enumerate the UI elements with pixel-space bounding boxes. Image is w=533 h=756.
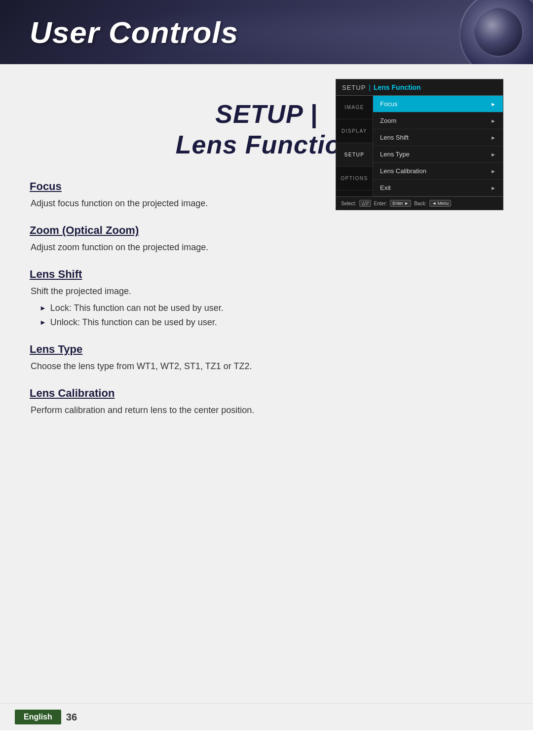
section-lens-calibration: Lens Calibration Perform calibration and… [30, 387, 503, 417]
section-desc-zoom: Adjust zoom function on the projected im… [31, 241, 503, 254]
section-title-lens-type: Lens Type [30, 343, 503, 356]
bullet-item-unlock: ► Unlock: This function can be used by u… [39, 315, 503, 330]
arrow-icon: ► [491, 151, 496, 157]
page-footer: English 36 [0, 703, 533, 730]
section-zoom: Zoom (Optical Zoom) Adjust zoom function… [30, 224, 503, 254]
section-title-zoom: Zoom (Optical Zoom) [30, 224, 503, 237]
osd-footer-enter-label: Enter: [374, 201, 387, 206]
osd-header: SETUP | Lens Function [336, 79, 503, 96]
main-content: SETUP | Lens Function IMAGE DISPLAY SETU… [0, 64, 533, 730]
osd-item-zoom[interactable]: Zoom ► [373, 113, 503, 129]
osd-nav-image[interactable]: IMAGE [336, 96, 373, 119]
osd-footer-back-label: Back: [414, 201, 426, 206]
osd-footer-select-label: Select: [341, 201, 356, 206]
osd-header-title: Lens Function [374, 83, 421, 91]
osd-body: IMAGE DISPLAY SETUP OPTIONS Focus [336, 96, 503, 196]
osd-menu: SETUP | Lens Function IMAGE DISPLAY SETU… [336, 79, 503, 210]
osd-menu-items: Focus ► Zoom ► Lens Shift ► Lens Type ► [373, 96, 503, 196]
osd-header-setup: SETUP [342, 84, 366, 91]
section-title-lens-shift: Lens Shift [30, 268, 503, 281]
osd-item-exit[interactable]: Exit ► [373, 180, 503, 196]
lens-inner [474, 7, 523, 57]
osd-nav-display[interactable]: DISPLAY [336, 119, 373, 143]
osd-container: SETUP | Lens Function IMAGE DISPLAY SETU… [336, 79, 503, 210]
bullet-arrow-icon: ► [39, 317, 46, 328]
footer-page-number: 36 [66, 712, 77, 723]
arrow-icon: ► [491, 168, 496, 174]
osd-item-lens-calibration[interactable]: Lens Calibration ► [373, 163, 503, 180]
osd-footer: Select: △▽ Enter: Enter ► Back: ◄ Menu [336, 196, 503, 210]
osd-nav-options[interactable]: OPTIONS [336, 167, 373, 190]
osd-item-focus[interactable]: Focus ► [373, 96, 503, 113]
osd-item-lens-shift[interactable]: Lens Shift ► [373, 129, 503, 146]
osd-header-divider: | [369, 83, 371, 91]
arrow-icon: ► [491, 101, 496, 107]
section-desc-lens-type: Choose the lens type from WT1, WT2, ST1,… [31, 360, 503, 373]
bullet-list-lens-shift: ► Lock: This function can not be used by… [39, 301, 503, 330]
bullet-arrow-icon: ► [39, 302, 46, 313]
select-key: △▽ [359, 200, 371, 207]
lens-graphic [434, 0, 533, 64]
arrow-icon: ► [491, 135, 496, 141]
osd-item-lens-type[interactable]: Lens Type ► [373, 146, 503, 163]
content-sections: Focus Adjust focus function on the proje… [30, 180, 503, 417]
section-desc-lens-shift: Shift the projected image. [31, 285, 503, 298]
section-lens-type: Lens Type Choose the lens type from WT1,… [30, 343, 503, 373]
enter-key: Enter ► [390, 200, 411, 207]
header-banner: User Controls [0, 0, 533, 64]
footer-language: English [15, 710, 61, 724]
section-title-lens-calibration: Lens Calibration [30, 387, 503, 400]
section-lens-shift: Lens Shift Shift the projected image. ► … [30, 268, 503, 330]
bullet-item-lock: ► Lock: This function can not be used by… [39, 301, 503, 315]
page-title: User Controls [0, 15, 238, 50]
arrow-icon: ► [491, 118, 496, 124]
osd-nav: IMAGE DISPLAY SETUP OPTIONS [336, 96, 373, 196]
osd-nav-setup[interactable]: SETUP [336, 143, 373, 167]
section-desc-lens-calibration: Perform calibration and return lens to t… [31, 404, 503, 417]
back-key: ◄ Menu [429, 200, 451, 207]
arrow-icon: ► [491, 185, 496, 191]
